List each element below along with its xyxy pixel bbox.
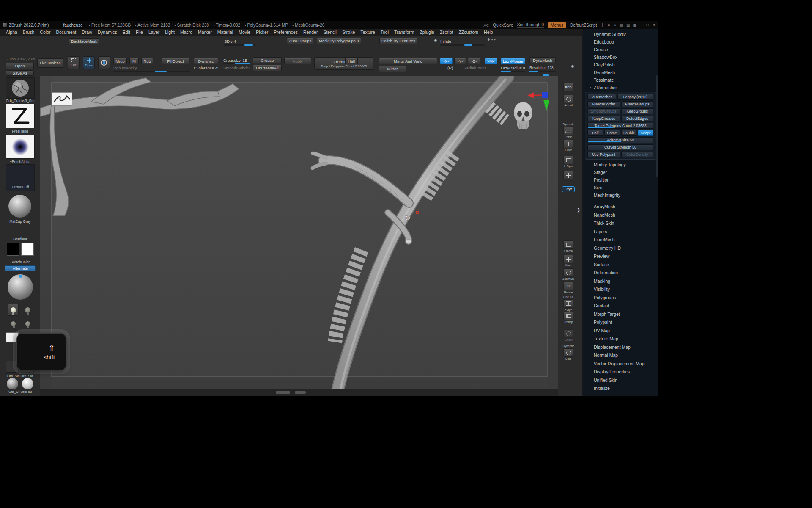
menu-item[interactable]: Movie [239, 30, 250, 35]
menu-item[interactable]: Texture [360, 30, 375, 35]
tool-menu-item[interactable]: Display Properties [583, 368, 658, 376]
zremesher-shelf-button[interactable]: ZRemesher Target Polygons Count 2.03685 [314, 57, 373, 70]
main-color-swatch[interactable] [7, 243, 19, 256]
tool-menu-item[interactable]: Preview [583, 252, 658, 261]
radial-count-slider[interactable]: RadialCount [464, 66, 486, 70]
live-boolean-button[interactable]: Live Boolean [37, 58, 63, 68]
use-polypaint-button[interactable]: Use Polypaint [587, 152, 620, 157]
menu-item[interactable]: Tool [381, 30, 389, 35]
quicksave-button[interactable]: QuickSave [493, 23, 513, 28]
menu-item[interactable]: Help [484, 30, 493, 35]
dynamesh-button[interactable]: DynaMesh [529, 57, 556, 64]
frame-button[interactable]: Frame [559, 240, 578, 253]
tool-menu-item[interactable]: UV Map [583, 327, 658, 335]
tool-menu-item[interactable]: Geometry HD [583, 244, 658, 253]
smooth-groups-button[interactable]: SmoothGroups [587, 108, 620, 114]
tray-sphere-1[interactable] [7, 378, 18, 389]
rgb-intensity-slider[interactable]: Rgb Intensity [113, 66, 137, 70]
titlebar-icon[interactable]: « [613, 23, 617, 27]
zoomsd-button[interactable]: ZoomSD [559, 268, 578, 281]
gxyz-button[interactable]: Gxyz [559, 186, 578, 192]
tool-menu-item[interactable]: DynaMesh [583, 69, 658, 76]
dynamic-solo-button[interactable]: DynamicSolo [559, 345, 578, 361]
mrgb-button[interactable]: Mrgb [113, 58, 127, 64]
resolution-slider[interactable]: Resolution 128 [529, 66, 554, 70]
color-picker-sphere[interactable] [8, 274, 33, 300]
smooth-subdiv-slider[interactable]: SmoothSubdiv [223, 66, 250, 70]
symmetry-m-button[interactable]: >M< [485, 58, 497, 64]
tray-sphere-2[interactable] [22, 378, 33, 389]
tool-menu-item[interactable]: MeshIntegrity [583, 191, 658, 199]
viewport[interactable]: ↻ [40, 76, 558, 389]
tool-menu-item[interactable]: Visibility [583, 285, 658, 294]
panel-collapse-chevron[interactable]: ❯ [577, 207, 580, 212]
ctolerance-slider[interactable]: CTolerance 45 [194, 66, 219, 70]
tool-menu-item[interactable]: ClayPolish [583, 61, 658, 69]
tool-menu-item[interactable]: Polypaint [583, 318, 658, 327]
shelf-right-knob[interactable] [571, 65, 574, 68]
titlebar-icon[interactable]: ▦ [633, 23, 636, 27]
tool-menu-item[interactable]: Thick Skin [583, 219, 658, 228]
light-toggle-1[interactable] [8, 304, 19, 316]
texture-thumbnail[interactable]: Texture Off [6, 164, 35, 191]
edit-mode-button[interactable]: Edit [68, 56, 80, 69]
menu-item[interactable]: Transform [394, 30, 414, 35]
rgb-intensity-track[interactable] [113, 71, 190, 72]
half-button[interactable]: Half [587, 130, 603, 136]
tool-menu-item[interactable]: ShadowBox [583, 53, 658, 61]
titlebar-icon[interactable]: ▤ [620, 23, 623, 27]
draw-mode-button[interactable]: Draw [83, 56, 95, 69]
menu-item[interactable]: Light [165, 30, 175, 35]
menu-item[interactable]: Render [303, 30, 318, 35]
adapt-button[interactable]: Adapt [638, 130, 653, 136]
dynamic-persp-button[interactable]: DynamicPersp [559, 123, 578, 139]
double-button[interactable]: Double [621, 130, 637, 136]
stroke-curve-icons[interactable]: ✱ ▾ ▾ [487, 37, 496, 41]
transp-button[interactable]: Transp [559, 312, 578, 324]
bpr-button[interactable]: BPR [559, 83, 578, 91]
mirror-button[interactable]: Mirror [379, 66, 406, 72]
zremesher-run-button[interactable]: ZRemesher [587, 94, 616, 100]
apply-button[interactable]: Apply [284, 58, 311, 64]
menu-item[interactable]: Alpha [6, 30, 17, 35]
local-symmetry-button[interactable]: L.Sym [559, 156, 578, 168]
titlebar-icon[interactable]: ▥ [626, 23, 630, 27]
menu-item[interactable]: Picker [256, 30, 268, 35]
open-button[interactable]: Open [6, 63, 34, 69]
keep-groups-button[interactable]: KeepGroups [621, 108, 654, 114]
legacy-2018-button[interactable]: Legacy (2018) [617, 94, 653, 100]
menu-item[interactable]: Dynamics [98, 30, 117, 35]
adaptive-size-slider[interactable]: AdaptiveSize 50 [587, 137, 653, 143]
menu-item[interactable]: Stencil [323, 30, 337, 35]
horizontal-scrollbar-2[interactable] [295, 391, 306, 394]
secondary-color-swatch[interactable] [21, 243, 34, 256]
rotate-button[interactable]: ↻Rotate [559, 282, 578, 294]
menu-item[interactable]: Zplugin [420, 30, 434, 35]
color-density-button[interactable]: ColorDensity [621, 152, 654, 157]
default-zscript-button[interactable]: DefaultZScript [570, 23, 597, 28]
titlebar-icon[interactable]: ∥ [601, 23, 604, 27]
symmetry-x-button[interactable]: >X< [440, 58, 453, 64]
floor-button[interactable]: Floor [559, 140, 578, 152]
tool-menu-item[interactable]: Displacement Map [583, 343, 658, 352]
crease-lvl-slider[interactable]: CreaseLvl 15 [223, 58, 247, 63]
keep-creases-button[interactable]: KeepCreases [587, 116, 620, 121]
tool-menu-item[interactable]: Position [583, 176, 658, 184]
menu-item[interactable]: Draw [82, 30, 92, 35]
stroke-thumbnail[interactable] [6, 104, 35, 128]
half-button[interactable]: Half [345, 58, 358, 64]
tool-menu-item[interactable]: Crease [583, 46, 658, 53]
horizontal-scrollbar[interactable] [276, 391, 290, 394]
actual-size-button[interactable]: Actual [559, 95, 578, 107]
menu-item[interactable]: Marker [198, 30, 212, 35]
tool-menu-item[interactable]: Texture Map [583, 335, 658, 343]
tool-menu-item[interactable]: Polygroups [583, 294, 658, 302]
target-polygons-count-slider[interactable]: Target Polygons Count 2.03685 [587, 123, 653, 129]
menu-item[interactable]: Zscript [440, 30, 453, 35]
see-through-slider[interactable]: See-through 0 [517, 22, 544, 28]
tool-menu-item[interactable]: Layers [583, 228, 658, 236]
menus-button[interactable]: Menus [548, 22, 566, 28]
sdiv-slider[interactable]: SDiv 4 [224, 39, 236, 44]
alternate-button[interactable]: Alternate [5, 265, 36, 271]
tool-menu-item[interactable]: ArrayMesh [583, 203, 658, 211]
